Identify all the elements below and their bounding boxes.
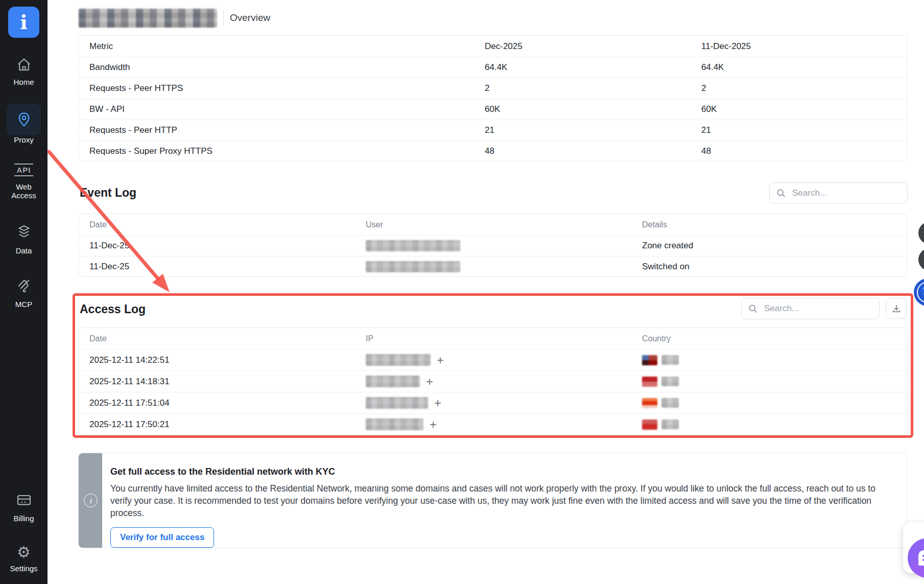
table-header-row: Date User Details <box>79 214 907 235</box>
country-flag <box>642 377 657 387</box>
accessibility-widget[interactable]: ♿ <box>914 278 924 306</box>
access-date: 2025-12-11 17:51:04 <box>79 398 366 408</box>
column-header: Date <box>79 334 366 343</box>
breadcrumb-current: Overview <box>230 12 270 24</box>
metric-value: 60K <box>485 104 701 114</box>
metric-value: 48 <box>485 146 701 156</box>
event-details: Switched on <box>642 262 907 272</box>
brightdata-logo[interactable]: i <box>8 7 39 38</box>
metric-name: Requests - Super Proxy HTTPS <box>79 146 485 156</box>
sidebar-item-proxy[interactable] <box>7 104 41 135</box>
sidebar-item-data[interactable]: Data <box>0 224 48 255</box>
metric-value: 64.4K <box>485 62 701 73</box>
sidebar-item-label: Web Access <box>0 182 48 200</box>
sidebar-item-label: MCP <box>0 300 48 309</box>
expand-plus-icon[interactable]: + <box>434 397 441 409</box>
mcp-icon <box>16 277 32 294</box>
redacted-country <box>661 355 679 365</box>
table-row: 11-Dec-25 Zone created <box>79 235 907 256</box>
sidebar-item-home[interactable]: Home <box>0 57 48 86</box>
column-header: User <box>366 220 642 229</box>
metric-value: 2 <box>485 83 701 94</box>
search-icon <box>748 303 758 314</box>
redacted-ip <box>366 418 423 430</box>
search-input[interactable] <box>763 303 857 314</box>
country-flag <box>642 355 657 365</box>
search-icon <box>776 188 786 198</box>
redacted-user <box>366 240 460 251</box>
edge-widget-circle[interactable] <box>918 222 924 244</box>
logo-glyph: i <box>20 13 27 32</box>
table-row: Requests - Peer HTTP 21 21 <box>79 120 907 141</box>
sidebar-item-mcp[interactable]: MCP <box>0 277 48 309</box>
access-log-table: Date IP Country 2025-12-11 14:22:51 + 20… <box>78 328 908 435</box>
table-row: 2025-12-11 17:50:21 + <box>79 413 907 435</box>
metric-value: 60K <box>701 104 907 114</box>
sidebar-item-proxy-label[interactable]: Proxy <box>0 135 48 144</box>
access-date: 2025-12-11 17:50:21 <box>79 419 366 430</box>
kyc-title: Get full access to the Residential netwo… <box>110 466 895 477</box>
redacted-user <box>366 261 460 272</box>
gear-icon: ⚙ <box>17 544 31 560</box>
sidebar-item-settings[interactable]: ⚙ Settings <box>0 545 48 573</box>
sidebar: i Home Proxy API Web Access <box>0 0 48 584</box>
info-icon: i <box>84 494 98 507</box>
event-log-table: Date User Details 11-Dec-25 Zone created… <box>78 214 908 277</box>
access-date: 2025-12-11 14:22:51 <box>79 355 366 365</box>
expand-plus-icon[interactable]: + <box>437 354 444 366</box>
redacted-zone-name <box>79 9 217 28</box>
table-row: BW - API 60K 60K <box>79 99 907 120</box>
sidebar-item-label: Home <box>0 78 48 86</box>
table-row: 2025-12-11 17:51:04 + <box>79 392 907 413</box>
sidebar-item-label: Data <box>0 246 48 255</box>
breadcrumb-divider <box>223 10 224 26</box>
redacted-country <box>661 377 679 386</box>
metric-value: 21 <box>485 125 701 135</box>
redacted-ip <box>366 354 431 366</box>
expand-plus-icon[interactable]: + <box>430 418 437 431</box>
redacted-country <box>661 398 679 408</box>
metric-name: Requests - Peer HTTP <box>79 125 485 135</box>
table-row: 2025-12-11 14:18:31 + <box>79 370 907 392</box>
sidebar-item-label: Proxy <box>0 135 48 144</box>
column-header: IP <box>366 334 642 343</box>
api-icon: API <box>14 163 33 176</box>
table-row: Requests - Peer HTTPS 2 2 <box>79 78 907 99</box>
table-row: Bandwidth 64.4K 64.4K <box>79 57 907 78</box>
metric-value: 21 <box>701 125 907 135</box>
table-row: 11-Dec-25 Switched on <box>79 256 907 277</box>
search-input[interactable] <box>791 188 885 199</box>
table-header-row: Metric Dec-2025 11-Dec-2025 <box>79 36 907 57</box>
event-log-search[interactable] <box>769 182 908 204</box>
kyc-text: You currently have limited access to the… <box>110 482 895 519</box>
access-date: 2025-12-11 14:18:31 <box>79 377 366 387</box>
redacted-country <box>661 419 679 429</box>
column-header: Details <box>642 220 907 229</box>
credit-card-icon <box>16 492 32 508</box>
table-row: Requests - Super Proxy HTTPS 48 48 <box>79 141 907 161</box>
kyc-banner: i Get full access to the Residential net… <box>78 453 908 548</box>
sidebar-item-label: Settings <box>0 564 48 573</box>
verify-full-access-button[interactable]: Verify for full access <box>110 527 214 548</box>
event-log-title: Event Log <box>80 186 136 200</box>
expand-plus-icon[interactable]: + <box>426 376 433 388</box>
sidebar-item-web-access[interactable]: API Web Access <box>0 163 48 200</box>
column-header: Dec-2025 <box>485 41 701 52</box>
download-icon <box>891 303 902 314</box>
metric-value: 2 <box>701 83 907 94</box>
access-log-search[interactable] <box>741 298 880 319</box>
metrics-table: Metric Dec-2025 11-Dec-2025 Bandwidth 64… <box>78 35 908 161</box>
metric-name: Requests - Peer HTTPS <box>79 83 485 94</box>
table-row: 2025-12-11 14:22:51 + <box>79 349 907 370</box>
accessibility-icon: ♿ <box>917 282 924 303</box>
layers-icon <box>16 224 32 240</box>
column-header: Country <box>642 334 907 343</box>
metric-name: Bandwidth <box>79 62 485 73</box>
event-date: 11-Dec-25 <box>79 262 366 272</box>
app-root: i Home Proxy API Web Access <box>0 0 924 584</box>
sidebar-item-billing[interactable]: Billing <box>0 492 48 523</box>
sidebar-item-label: Billing <box>0 514 48 523</box>
download-button[interactable] <box>886 298 907 319</box>
edge-widget-circle[interactable] <box>918 248 924 271</box>
metric-value: 48 <box>701 146 907 156</box>
